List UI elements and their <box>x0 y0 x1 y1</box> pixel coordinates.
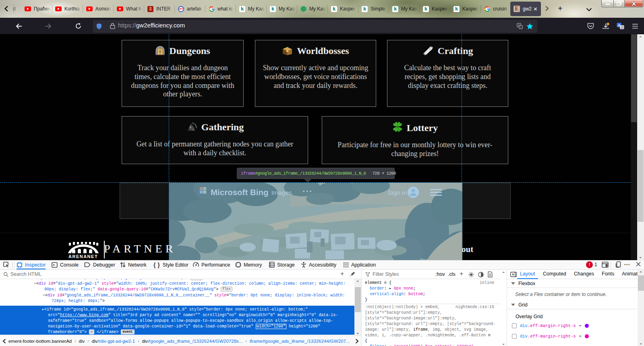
svg-text:文: 文 <box>621 26 624 29</box>
svg-text:?: ? <box>520 26 521 29</box>
svg-text:ARENANET: ARENANET <box>68 254 98 259</box>
